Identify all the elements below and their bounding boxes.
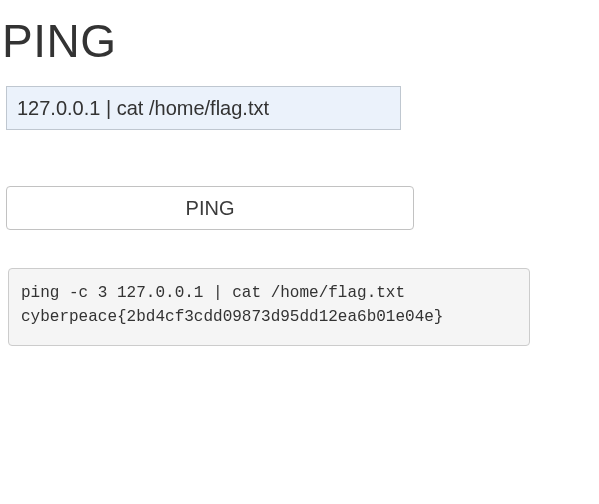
ping-output: ping -c 3 127.0.0.1 | cat /home/flag.txt… xyxy=(8,268,530,346)
ping-target-input[interactable] xyxy=(6,86,401,130)
ping-button[interactable]: PING xyxy=(6,186,414,230)
page-title: PING xyxy=(2,14,599,68)
